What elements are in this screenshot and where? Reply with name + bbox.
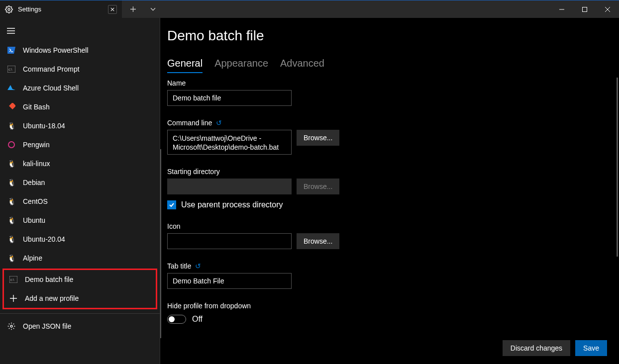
bottom-bar: Discard changes Save xyxy=(491,332,619,364)
sidebar-item-ubuntu[interactable]: 🐧 Ubuntu xyxy=(0,211,160,230)
icon-input[interactable] xyxy=(167,233,292,249)
sidebar-item-cmd[interactable]: c:\ Command Prompt xyxy=(0,60,160,79)
sidebar-item-label: Pengwin xyxy=(23,141,50,149)
sidebar-item-label: Add a new profile xyxy=(25,294,79,302)
azure-icon xyxy=(7,84,16,92)
tux-icon: 🐧 xyxy=(7,235,16,244)
svg-rect-5 xyxy=(9,103,15,109)
tabs: General Appearance Advanced xyxy=(167,58,603,73)
sidebar-item-label: Alpine xyxy=(23,254,42,262)
reset-icon[interactable]: ↺ xyxy=(216,119,222,127)
tux-icon: 🐧 xyxy=(7,178,16,187)
name-input[interactable] xyxy=(167,90,292,106)
svg-text:c:\: c:\ xyxy=(10,278,14,281)
new-tab-button[interactable] xyxy=(124,0,142,18)
tux-icon: 🐧 xyxy=(7,197,16,206)
divider xyxy=(0,313,160,314)
hamburger-button[interactable] xyxy=(0,22,160,41)
command-line-browse-button[interactable]: Browse... xyxy=(297,130,339,146)
name-label: Name xyxy=(167,79,603,87)
hide-profile-toggle[interactable] xyxy=(167,315,186,324)
gear-icon xyxy=(5,5,13,13)
sidebar-item-alpine[interactable]: 🐧 Alpine xyxy=(0,249,160,268)
save-button[interactable]: Save xyxy=(575,340,607,356)
sidebar-item-label: Ubuntu-18.04 xyxy=(23,122,65,130)
cmd-icon: c:\ xyxy=(7,65,16,74)
svg-point-0 xyxy=(8,8,10,10)
titlebar-tab[interactable]: Settings xyxy=(0,0,122,18)
sidebar-item-kali[interactable]: 🐧 kali-linux xyxy=(0,154,160,173)
use-parent-checkbox[interactable] xyxy=(167,200,176,209)
cmd-icon: c:\ xyxy=(9,275,18,284)
tux-icon: 🐧 xyxy=(7,216,16,225)
sidebar-item-label: CentOS xyxy=(23,197,48,205)
sidebar-item-label: Azure Cloud Shell xyxy=(23,84,79,92)
tab-advanced[interactable]: Advanced xyxy=(280,58,324,73)
sidebar-item-azure[interactable]: Azure Cloud Shell xyxy=(0,79,160,97)
field-icon: Icon Browse... xyxy=(167,222,603,249)
command-line-label: Command line xyxy=(167,119,212,127)
hide-profile-label: Hide profile from dropdown xyxy=(167,302,603,310)
sidebar-item-label: Command Prompt xyxy=(23,65,80,73)
starting-directory-label: Starting directory xyxy=(167,168,603,176)
tab-appearance[interactable]: Appearance xyxy=(214,58,268,73)
sidebar-item-label: Windows PowerShell xyxy=(23,46,89,54)
svg-rect-2 xyxy=(7,47,15,54)
sidebar-item-label: Ubuntu xyxy=(23,216,45,224)
sidebar-item-label: Open JSON file xyxy=(23,322,71,330)
tab-close-button[interactable] xyxy=(108,5,117,14)
svg-rect-1 xyxy=(583,7,587,12)
main-panel: Demo batch file General Appearance Advan… xyxy=(160,18,619,364)
sidebar-item-label: Git Bash xyxy=(23,103,50,111)
powershell-icon xyxy=(7,46,16,55)
sidebar-items: Windows PowerShell c:\ Command Prompt Az… xyxy=(0,41,160,268)
svg-point-6 xyxy=(8,142,14,148)
icon-browse-button[interactable]: Browse... xyxy=(297,233,339,249)
tab-dropdown-button[interactable] xyxy=(144,0,162,18)
use-parent-label: Use parent process directory xyxy=(181,200,283,209)
main-scrollbar[interactable] xyxy=(617,78,618,257)
sidebar-item-label: Debian xyxy=(23,179,45,186)
titlebar: Settings xyxy=(0,0,619,18)
sidebar-item-open-json[interactable]: Open JSON file xyxy=(0,317,160,336)
field-tab-title: Tab title ↺ xyxy=(167,262,603,289)
tux-icon: 🐧 xyxy=(7,159,16,168)
highlight-box: c:\ Demo batch file Add a new profile xyxy=(2,269,157,309)
starting-directory-input xyxy=(167,179,292,194)
sidebar-item-debian[interactable]: 🐧 Debian xyxy=(0,173,160,192)
tab-title-input[interactable] xyxy=(167,273,292,289)
sidebar-item-gitbash[interactable]: Git Bash xyxy=(0,97,160,116)
sidebar-item-pengwin[interactable]: Pengwin xyxy=(0,135,160,154)
sidebar-item-ubuntu2004[interactable]: 🐧 Ubuntu-20.04 xyxy=(0,230,160,249)
git-icon xyxy=(7,102,16,111)
tab-title-label: Tab title xyxy=(167,262,191,270)
sidebar-scrollbar[interactable] xyxy=(160,149,161,338)
sidebar-item-demo-batch[interactable]: c:\ Demo batch file xyxy=(4,270,156,289)
sidebar-item-label: Demo batch file xyxy=(25,275,73,283)
sidebar-item-centos[interactable]: 🐧 CentOS xyxy=(0,192,160,211)
tab-general[interactable]: General xyxy=(167,58,203,73)
window-close-button[interactable] xyxy=(596,0,619,18)
page-title: Demo batch file xyxy=(167,28,603,44)
sidebar-item-ubuntu1804[interactable]: 🐧 Ubuntu-18.04 xyxy=(0,116,160,135)
sidebar-item-powershell[interactable]: Windows PowerShell xyxy=(0,41,160,60)
field-hide-profile: Hide profile from dropdown Off xyxy=(167,302,603,324)
window-minimize-button[interactable] xyxy=(550,0,573,18)
reset-icon[interactable]: ↺ xyxy=(195,262,201,270)
sidebar: Windows PowerShell c:\ Command Prompt Az… xyxy=(0,18,160,364)
svg-text:c:\: c:\ xyxy=(8,68,12,71)
field-name: Name xyxy=(167,79,603,106)
sidebar-item-add-profile[interactable]: Add a new profile xyxy=(4,289,156,308)
hide-profile-state: Off xyxy=(192,315,203,324)
titlebar-tab-title: Settings xyxy=(18,5,103,13)
discard-button[interactable]: Discard changes xyxy=(503,340,570,356)
gear-icon xyxy=(7,322,16,331)
window-maximize-button[interactable] xyxy=(573,0,596,18)
starting-directory-browse-button: Browse... xyxy=(297,179,339,194)
field-starting-directory: Starting directory Browse... Use parent … xyxy=(167,168,603,209)
svg-point-9 xyxy=(10,325,12,327)
tux-icon: 🐧 xyxy=(7,254,16,263)
command-line-input[interactable] xyxy=(167,130,292,155)
sidebar-item-label: Ubuntu-20.04 xyxy=(23,235,65,243)
tux-icon: 🐧 xyxy=(7,121,16,130)
